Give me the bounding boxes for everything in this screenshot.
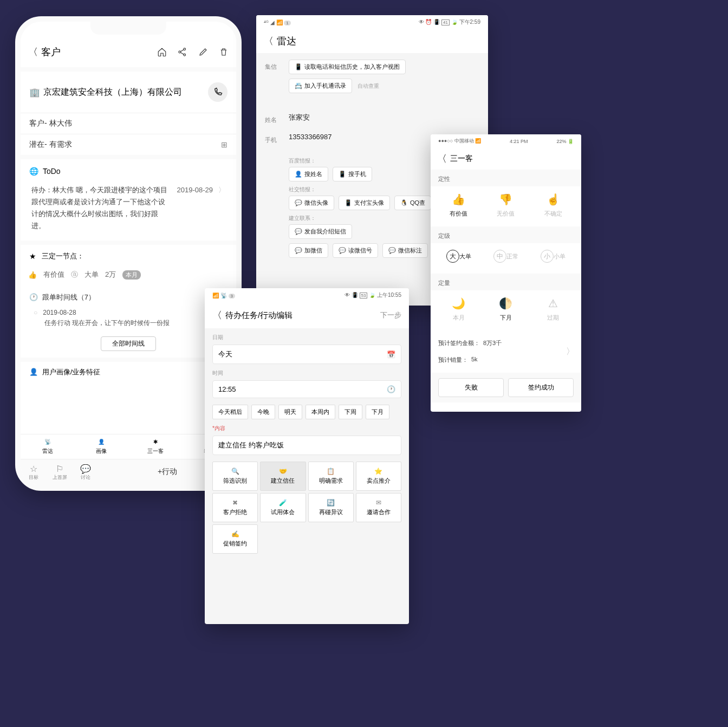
dingliang-title: 定量 <box>431 274 581 290</box>
share-icon[interactable] <box>178 47 187 57</box>
action-sell[interactable]: ⭐卖点推介 <box>356 462 401 491</box>
option-small[interactable]: 小小单 <box>530 250 577 265</box>
search-name-button[interactable]: 👤搜姓名 <box>289 167 328 181</box>
asterisk-icon: ✱ <box>151 439 160 446</box>
tab-radar[interactable]: 📡雷达 <box>21 434 75 459</box>
wechat-avatar-button[interactable]: 💬微信头像 <box>289 196 334 210</box>
thumb-down-icon: 👎 <box>482 193 529 206</box>
quick-nextweek[interactable]: 下周 <box>339 405 362 419</box>
action-need[interactable]: 📋明确需求 <box>308 462 354 491</box>
action-invite[interactable]: ✉邀请合作 <box>356 493 401 522</box>
timeline-header: 🕐 跟单时间线（7） <box>21 286 236 306</box>
back-icon[interactable]: 〈 <box>212 309 222 322</box>
status-time: 下午2:59 <box>459 19 480 25</box>
delete-icon[interactable] <box>219 47 229 57</box>
status-bar: 📶 📡 3 👁 📳 53 🍃 上午10:55 <box>205 288 409 302</box>
search-phone-button[interactable]: 📱搜手机 <box>333 167 372 181</box>
option-overdue[interactable]: ⚠过期 <box>530 297 577 322</box>
phone-icon: 📱 <box>339 171 346 178</box>
fail-button[interactable]: 失败 <box>438 378 504 397</box>
tab-sanyike[interactable]: ✱三一客 <box>128 434 183 459</box>
quick-thisweek[interactable]: 本周内 <box>306 405 335 419</box>
add-contacts-button[interactable]: 📇加入手机通讯录 <box>289 79 352 93</box>
qr-icon[interactable]: ⊞ <box>221 140 227 149</box>
option-nextmonth[interactable]: 🌓下月 <box>482 297 529 322</box>
flag-icon: ⚐ <box>47 464 73 474</box>
circle-da-icon: 大 <box>446 250 459 263</box>
back-icon[interactable]: 〈 <box>28 46 38 59</box>
action-type-grid: 🔍筛选识别 🤝建立信任 📋明确需求 ⭐卖点推介 ✖客户拒绝 🧪试用体会 🔄再碰异… <box>205 458 409 557</box>
option-worthless[interactable]: 👎无价值 <box>482 193 529 218</box>
tag-amount: 2万 <box>105 270 116 280</box>
quick-time-buttons: 今天稍后 今晚 明天 本周内 下周 下月 <box>205 401 409 423</box>
call-button[interactable] <box>208 82 227 102</box>
warning-icon: ⚠ <box>530 297 577 310</box>
sys-home[interactable]: ⚐上首屏 <box>47 459 73 485</box>
time-input[interactable]: 12:55 🕐 <box>212 380 401 398</box>
todo-section-header: 🌐 ToDo <box>21 155 236 180</box>
system-tabs: ☆目标 ⚐上首屏 💬讨论 +行动 <box>21 459 236 485</box>
action-objection[interactable]: 🔄再碰异议 <box>308 493 354 522</box>
moon-icon: 🌙 <box>435 297 482 310</box>
circle-da-icon: ⓐ <box>71 270 78 280</box>
option-normal[interactable]: 中正常 <box>482 250 529 265</box>
status-icons: 👁 ⏰ 📳 41 🍃 <box>419 19 458 25</box>
signal-icons: 📶 📡 3 <box>212 293 235 298</box>
send-sms-button[interactable]: 💬发自我介绍短信 <box>289 224 352 239</box>
read-history-button[interactable]: 📱读取电话和短信历史，加入客户视图 <box>289 60 406 74</box>
alipay-icon: 📱 <box>344 199 352 206</box>
quick-later[interactable]: 今天稍后 <box>212 405 248 419</box>
profile-header: 👤 用户画像/业务特征 <box>21 358 236 377</box>
action-filter[interactable]: 🔍筛选识别 <box>212 462 258 491</box>
edit-icon[interactable] <box>198 47 208 57</box>
quick-nextmonth[interactable]: 下月 <box>366 405 389 419</box>
page-title: 三一客 <box>450 154 575 164</box>
phone-icon: 📱 <box>295 63 302 70</box>
alipay-avatar-button[interactable]: 📱支付宝头像 <box>339 196 390 210</box>
option-valuable[interactable]: 👍有价值 <box>435 193 482 218</box>
tag-value: 有价值 <box>43 270 64 280</box>
success-button[interactable]: 签约成功 <box>508 378 574 397</box>
chevron-right-icon[interactable]: 〉 <box>566 346 575 358</box>
option-big[interactable]: 大大单 <box>435 250 482 265</box>
sys-target[interactable]: ☆目标 <box>21 459 47 485</box>
company-name: 京宏建筑安全科技（上海）有限公司 <box>43 87 182 98</box>
qq-search-button[interactable]: 🐧QQ查 <box>394 196 431 210</box>
add-wechat-button[interactable]: 💬加微信 <box>289 243 328 258</box>
todo-item[interactable]: 待办：林大伟 嗯，今天跟进楼宇的这个项目跟代理商或者是设计方沟通了一下他这个设计… <box>21 180 236 241</box>
mark-wechat-button[interactable]: 💬微信标注 <box>382 243 428 258</box>
content-input[interactable]: 建立信任 约客户吃饭 <box>212 436 401 455</box>
date-input[interactable]: 今天 📅 <box>212 345 401 364</box>
action-sign[interactable]: ✍促销签约 <box>212 524 258 554</box>
back-icon[interactable]: 〈 <box>437 152 447 165</box>
action-reject[interactable]: ✖客户拒绝 <box>212 493 258 522</box>
option-unsure[interactable]: ☝不确定 <box>530 193 577 218</box>
sys-discuss[interactable]: 💬讨论 <box>73 459 99 485</box>
person-icon: 👤 <box>96 439 106 446</box>
option-thismonth[interactable]: 🌙本月 <box>435 297 482 322</box>
quick-tonight[interactable]: 今晚 <box>251 405 275 419</box>
status-time: 4:21 PM <box>510 139 528 144</box>
circle-zhong-icon: 中 <box>493 250 506 263</box>
est-amount-row: 预计签约金额：8万3千 <box>431 335 581 352</box>
tab-profile[interactable]: 👤画像 <box>75 434 129 459</box>
next-button[interactable]: 下一步 <box>380 310 401 320</box>
potential-field: 潜在- 有需求 ⊞ <box>21 134 236 155</box>
read-wechat-button[interactable]: 💬读微信号 <box>333 243 378 258</box>
dingji-title: 定级 <box>431 226 581 243</box>
action-trust[interactable]: 🤝建立信任 <box>260 462 306 491</box>
sanding-row: ★ 三定一节点： <box>21 241 236 268</box>
refresh-icon: 🔄 <box>327 499 335 507</box>
signal-icons: ⁴ᴳ ◢ 📶 1 <box>264 20 291 25</box>
chat-icon: 💬 <box>73 464 99 474</box>
back-icon[interactable]: 〈 <box>264 35 274 48</box>
carrier: 中国移动 <box>454 138 474 144</box>
home-icon[interactable] <box>157 47 167 57</box>
wechat-icon: 💬 <box>295 199 302 206</box>
person-icon: 👤 <box>29 368 38 376</box>
quick-tomorrow[interactable]: 明天 <box>278 405 302 419</box>
date-label: 日期 <box>205 332 409 341</box>
all-timeline-button[interactable]: 全部时间线 <box>101 336 156 351</box>
phone-label: 手机 <box>265 133 281 144</box>
action-trial[interactable]: 🧪试用体会 <box>260 493 306 522</box>
